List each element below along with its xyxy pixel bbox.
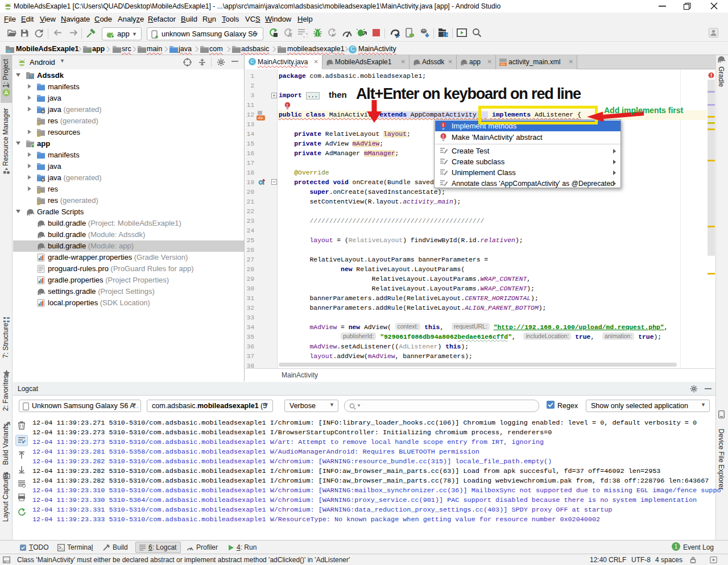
svg-text:A: A	[288, 32, 292, 38]
svg-text:!: !	[287, 103, 288, 108]
svg-text:<>: <>	[500, 62, 505, 67]
svg-text:!: !	[442, 122, 444, 128]
svg-text:!: !	[442, 134, 444, 139]
svg-text:<>: <>	[258, 115, 264, 121]
